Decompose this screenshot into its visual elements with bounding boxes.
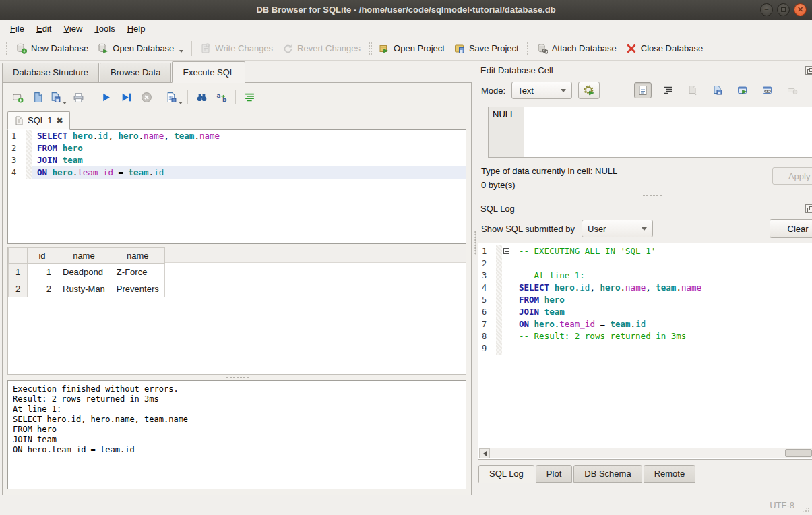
sql-log-view[interactable]: 1-- EXECUTING ALL IN 'SQL 1'2--3-- At li… [478, 243, 812, 460]
menu-help[interactable]: Help [121, 22, 152, 35]
gutter-strip [496, 245, 502, 258]
execute-line-icon [121, 92, 132, 103]
corner-header[interactable] [9, 248, 28, 264]
save-results-dropdown-icon[interactable] [179, 102, 183, 104]
sql-doc-tab[interactable]: SQL 1 ✖ [7, 111, 70, 130]
auto-apply-button[interactable] [578, 82, 600, 99]
open-project-button[interactable]: Open Project [374, 40, 449, 57]
replace-icon: ab [216, 92, 228, 103]
set-null-icon [787, 85, 798, 96]
export-cell-button[interactable] [709, 82, 726, 98]
table-cell[interactable]: 2 [28, 280, 57, 297]
save-results-button[interactable] [165, 88, 183, 106]
title-bar[interactable]: DB Browser for SQLite - /home/user/code/… [0, 0, 812, 20]
menu-view[interactable]: View [57, 22, 88, 35]
text-cursor [164, 168, 164, 177]
close-tab-icon[interactable]: ✖ [56, 116, 63, 125]
save-sql-dropdown-icon[interactable] [63, 102, 67, 104]
dock-splitter[interactable] [478, 192, 812, 199]
attach-database-icon [537, 43, 548, 54]
table-cell[interactable]: Rusty-Man [57, 280, 111, 297]
minimize-button[interactable]: − [760, 3, 773, 16]
table-cell[interactable]: Deadpond [57, 264, 111, 280]
column-header[interactable]: name [57, 248, 111, 264]
binoculars-icon [196, 92, 208, 103]
column-header[interactable]: name [111, 248, 164, 264]
tab-database-structure[interactable]: Database Structure [2, 63, 99, 82]
open-in-external-button[interactable] [734, 82, 751, 98]
code-line: 9 [478, 342, 812, 355]
dock-float-icon[interactable] [805, 204, 812, 213]
scroll-left-arrow[interactable] [479, 448, 490, 458]
line-number: 4 [478, 282, 496, 294]
open-database-button[interactable]: Open Database [93, 40, 188, 57]
find-button[interactable] [193, 88, 210, 106]
maximize-button[interactable] [777, 3, 790, 16]
toolbar-separator [92, 90, 92, 104]
menu-edit[interactable]: Edit [30, 22, 57, 35]
close-database-button[interactable]: Close Database [621, 40, 708, 57]
tab-db-schema[interactable]: DB Schema [573, 465, 642, 483]
line-number: 8 [478, 330, 496, 342]
execute-all-button[interactable] [97, 88, 115, 106]
scrollbar-thumb[interactable] [785, 449, 812, 457]
fold-marker [502, 342, 513, 355]
fold-marker[interactable] [502, 245, 513, 258]
dock-float-icon[interactable] [805, 66, 812, 75]
resize-grip-icon[interactable] [802, 504, 811, 513]
save-project-button[interactable]: Save Project [449, 40, 524, 57]
horizontal-scrollbar[interactable] [479, 448, 812, 458]
export-results-icon [166, 92, 177, 103]
execution-output[interactable]: Execution finished without errors. Resul… [7, 380, 466, 489]
open-sql-file-button[interactable] [29, 88, 46, 106]
results-output-splitter[interactable] [7, 375, 466, 380]
toolbar-drag-handle[interactable] [526, 41, 530, 56]
results-table-body: 11DeadpondZ-Force22Rusty-ManPreventers [9, 264, 165, 297]
replace-button[interactable]: ab [213, 88, 230, 106]
line-number: 6 [478, 306, 496, 318]
main-content: Database Structure Browse Data Execute S… [0, 61, 812, 496]
toolbar-drag-handle[interactable] [5, 41, 9, 56]
code-text: -- Result: 2 rows returned in 3ms [513, 330, 812, 342]
text-document-icon-button[interactable] [634, 82, 652, 98]
sql-editor[interactable]: 1SELECT hero.id, hero.name, team.name2FR… [7, 129, 466, 244]
menu-file[interactable]: File [4, 22, 30, 35]
column-header[interactable]: id [28, 248, 57, 264]
panel-splitter[interactable] [473, 61, 477, 496]
new-database-button[interactable]: New Database [11, 40, 93, 57]
submitted-by-select[interactable]: User [582, 220, 653, 237]
close-button[interactable]: ✕ [794, 3, 807, 16]
gutter-strip [26, 142, 32, 154]
row-header[interactable]: 1 [9, 264, 28, 280]
tab-plot[interactable]: Plot [536, 465, 572, 483]
clear-log-button[interactable]: Clear [770, 219, 812, 238]
copy-link-button[interactable] [759, 82, 776, 98]
open-database-dropdown-icon[interactable] [179, 50, 183, 53]
write-changes-icon [200, 43, 211, 54]
mode-select[interactable]: Text [511, 82, 572, 99]
attach-database-button[interactable]: Attach Database [532, 40, 621, 57]
format-sql-button[interactable] [241, 88, 258, 106]
tab-browse-data[interactable]: Browse Data [100, 63, 171, 82]
execute-current-line-button[interactable] [117, 88, 135, 106]
link-icon [762, 85, 773, 96]
print-cell-button[interactable] [809, 82, 812, 98]
tab-sql-log[interactable]: SQL Log [478, 465, 534, 483]
word-wrap-icon-button[interactable] [659, 82, 677, 98]
tab-remote[interactable]: Remote [644, 465, 696, 483]
menu-tools[interactable]: Tools [88, 22, 121, 35]
print-sql-button[interactable] [69, 88, 87, 106]
table-cell[interactable]: Z-Force [111, 264, 164, 280]
code-line: 7ON hero.team_id = team.id [478, 318, 812, 330]
open-sql-tab-button[interactable] [9, 88, 26, 106]
cell-value-editor[interactable]: NULL [488, 107, 812, 158]
row-header[interactable]: 2 [9, 280, 28, 297]
line-number: 2 [478, 258, 496, 270]
toolbar-drag-handle[interactable] [367, 41, 372, 56]
table-cell[interactable]: 1 [28, 264, 57, 280]
tab-execute-sql[interactable]: Execute SQL [172, 61, 245, 83]
line-number: 4 [8, 166, 26, 179]
save-as-icon [712, 85, 723, 96]
table-cell[interactable]: Preventers [111, 280, 164, 297]
save-sql-file-button[interactable] [49, 88, 67, 106]
